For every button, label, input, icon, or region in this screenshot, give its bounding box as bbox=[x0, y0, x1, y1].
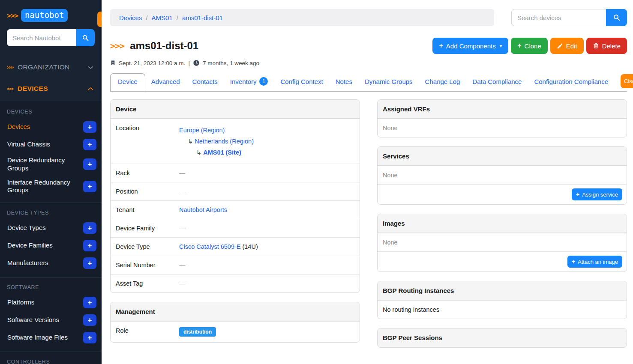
chevron-up-icon bbox=[87, 86, 94, 92]
search-icon bbox=[613, 14, 621, 21]
sidebar-item-device-types[interactable]: Device Types + bbox=[0, 219, 102, 237]
created-age: 7 months, 1 week ago bbox=[203, 60, 259, 66]
assigned-vrfs-panel: Assigned VRFs None bbox=[377, 99, 627, 137]
add-platform-button[interactable]: + bbox=[83, 297, 96, 308]
management-row-role: Role distribution bbox=[111, 321, 360, 342]
add-device-type-button[interactable]: + bbox=[83, 222, 96, 234]
sidebar-item-software-versions[interactable]: Software Versions + bbox=[0, 311, 102, 329]
sidebar-section-organization[interactable]: >>> ORGANIZATION bbox=[0, 58, 102, 76]
empty-state: None bbox=[378, 119, 627, 137]
device-type-link[interactable]: Cisco Catalyst 6509-E bbox=[179, 243, 240, 250]
assign-service-button[interactable]: + Assign service bbox=[572, 188, 622, 200]
sidebar-search-button[interactable] bbox=[76, 29, 95, 46]
right-column: Assigned VRFs None Services None + Assig… bbox=[377, 99, 627, 357]
add-device-redundancy-group-button[interactable]: + bbox=[83, 158, 96, 170]
tab-data-compliance[interactable]: Data Compliance bbox=[472, 74, 522, 91]
sidebar-item-manufacturers[interactable]: Manufacturers + bbox=[0, 254, 102, 272]
sidebar-group-header: CONTROLLERS bbox=[0, 353, 102, 364]
sidebar-group-header: SOFTWARE bbox=[0, 278, 102, 294]
nautobot-logo[interactable]: >>> nautobot bbox=[0, 0, 102, 28]
attach-image-button[interactable]: + Attach an image bbox=[567, 256, 622, 268]
section-chevrons-icon: >>> bbox=[7, 87, 13, 91]
add-software-version-button[interactable]: + bbox=[83, 314, 96, 326]
plus-icon: + bbox=[88, 316, 92, 324]
sidebar-section-devices[interactable]: >>> DEVICES bbox=[0, 80, 102, 98]
device-row-asset-tag: Asset Tag — bbox=[111, 274, 360, 292]
plus-icon: + bbox=[88, 161, 92, 168]
meta-separator: | bbox=[188, 60, 190, 66]
platform-badge[interactable]: Cisco bbox=[621, 74, 633, 88]
plus-icon: + bbox=[517, 42, 521, 50]
location-region-link[interactable]: Europe (Region) bbox=[179, 127, 225, 134]
add-device-family-button[interactable]: + bbox=[83, 240, 96, 251]
add-interface-redundancy-group-button[interactable]: + bbox=[83, 181, 96, 192]
tab-device[interactable]: Device bbox=[110, 73, 145, 91]
add-components-button[interactable]: + Add Components ▾ bbox=[432, 38, 508, 54]
page-header: >>> ams01-dist-01 + Add Components ▾ + C… bbox=[110, 38, 627, 54]
tab-advanced[interactable]: Advanced bbox=[151, 74, 180, 91]
sidebar-item-software-image-files[interactable]: Software Image Files + bbox=[0, 329, 102, 346]
sidebar-item-devices[interactable]: Devices + bbox=[0, 118, 102, 136]
panel-title: Management bbox=[111, 302, 360, 321]
services-footer: + Assign service bbox=[378, 184, 627, 204]
plus-icon: + bbox=[88, 260, 92, 267]
chevron-down-icon bbox=[87, 64, 94, 71]
add-software-image-file-button[interactable]: + bbox=[83, 332, 96, 343]
breadcrumb-devices-link[interactable]: Devices bbox=[119, 14, 142, 21]
sidebar-item-device-families[interactable]: Device Families + bbox=[0, 237, 102, 254]
collapse-chevron-icon: ‹ bbox=[101, 15, 102, 24]
left-column: Device Location Europe (Region) ↳Netherl… bbox=[110, 99, 360, 352]
topbar: Devices / AMS01 / ams01-dist-01 bbox=[110, 9, 627, 26]
plus-icon: + bbox=[88, 299, 92, 306]
panel-title: Images bbox=[378, 214, 627, 233]
sidebar-group-header: DEVICE TYPES bbox=[0, 204, 102, 219]
section-label: ORGANIZATION bbox=[18, 63, 87, 71]
add-virtual-chassis-button[interactable]: + bbox=[83, 139, 96, 150]
tab-content: Device Location Europe (Region) ↳Netherl… bbox=[110, 99, 627, 357]
sidebar-search-input[interactable] bbox=[7, 29, 76, 46]
sidebar-item-platforms[interactable]: Platforms + bbox=[0, 294, 102, 311]
device-row-device-type: Device Type Cisco Catalyst 6509-E (14U) bbox=[111, 237, 360, 256]
empty-state: None bbox=[378, 166, 627, 184]
device-search-input[interactable] bbox=[511, 9, 606, 26]
tab-config-context[interactable]: Config Context bbox=[280, 74, 323, 91]
bgp-peer-sessions-panel: BGP Peer Sessions bbox=[377, 328, 627, 348]
search-icon bbox=[82, 34, 89, 42]
sidebar-search bbox=[7, 29, 95, 46]
breadcrumb-current[interactable]: ams01-dist-01 bbox=[182, 14, 223, 21]
branch-arrow-icon: ↳ bbox=[196, 149, 201, 156]
edit-button[interactable]: Edit bbox=[550, 38, 584, 54]
delete-button[interactable]: Delete bbox=[586, 38, 627, 54]
location-subregion-link[interactable]: Netherlands (Region) bbox=[195, 138, 254, 145]
tab-contacts[interactable]: Contacts bbox=[192, 74, 218, 91]
device-search-button[interactable] bbox=[606, 9, 627, 26]
sidebar-item-device-redundancy-groups[interactable]: Device Redundancy Groups + bbox=[0, 153, 102, 176]
location-site-link[interactable]: AMS01 (Site) bbox=[203, 149, 241, 156]
plus-icon: + bbox=[88, 242, 92, 249]
device-row-position: Position — bbox=[111, 182, 360, 200]
sidebar-collapse-button[interactable]: ‹ bbox=[97, 12, 102, 27]
tab-configuration-compliance[interactable]: Configuration Compliance bbox=[534, 74, 608, 91]
caret-down-icon: ▾ bbox=[500, 43, 502, 49]
device-row-serial-number: Serial Number — bbox=[111, 256, 360, 274]
logo-wordmark: nautobot bbox=[21, 9, 68, 22]
device-row-location: Location Europe (Region) ↳Netherlands (R… bbox=[111, 119, 360, 164]
add-manufacturer-button[interactable]: + bbox=[83, 257, 96, 269]
role-badge[interactable]: distribution bbox=[179, 327, 216, 337]
tab-change-log[interactable]: Change Log bbox=[425, 74, 460, 91]
logo-chevrons-icon: >>> bbox=[7, 12, 18, 20]
sidebar-item-interface-redundancy-groups[interactable]: Interface Redundancy Groups + bbox=[0, 176, 102, 198]
plus-icon: + bbox=[439, 42, 443, 50]
tab-inventory[interactable]: Inventory 1 bbox=[230, 73, 268, 91]
clone-button[interactable]: + Clone bbox=[511, 38, 548, 54]
breadcrumb-ams01-link[interactable]: AMS01 bbox=[152, 14, 173, 21]
add-device-button[interactable]: + bbox=[83, 121, 96, 133]
tab-dynamic-groups[interactable]: Dynamic Groups bbox=[365, 74, 413, 91]
tenant-link[interactable]: Nautobot Airports bbox=[179, 206, 227, 213]
tab-notes[interactable]: Notes bbox=[336, 74, 352, 91]
branch-arrow-icon: ↳ bbox=[188, 138, 193, 145]
bookmark-icon bbox=[110, 60, 116, 66]
sidebar-item-virtual-chassis[interactable]: Virtual Chassis + bbox=[0, 136, 102, 153]
management-panel: Management Role distribution bbox=[110, 302, 360, 343]
sidebar-divider bbox=[0, 203, 102, 203]
